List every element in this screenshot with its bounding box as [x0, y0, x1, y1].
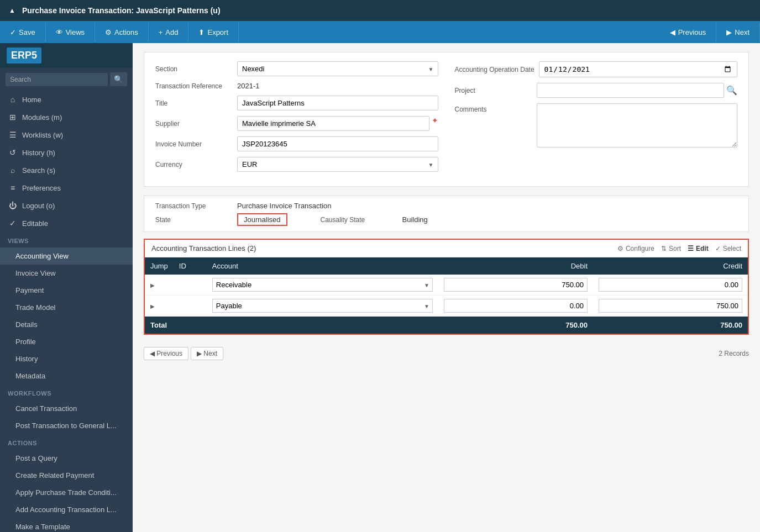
export-button[interactable]: ⬆ Export: [188, 23, 239, 42]
row2-arrow-icon[interactable]: ▶: [150, 303, 155, 309]
check-icon: ✓: [10, 28, 16, 36]
project-input[interactable]: [537, 83, 725, 98]
accounting-date-label: Accounting Operation Date: [455, 66, 534, 73]
pagination-next-button[interactable]: ▶ Next: [191, 347, 223, 360]
title-input[interactable]: [237, 96, 438, 110]
lines-actions: ⚙ Configure ⇅ Sort ☰ Edit ✓ Select: [617, 245, 741, 252]
state-label: State: [155, 216, 233, 224]
pagination-previous-button[interactable]: ◀ Previous: [144, 347, 188, 360]
project-search-button[interactable]: 🔍: [726, 83, 737, 98]
configure-icon: ⚙: [617, 245, 623, 252]
col-credit: Credit: [593, 257, 748, 275]
row2-credit-input[interactable]: [599, 299, 742, 313]
sidebar-item-add-acc-line[interactable]: Add Accounting Transaction L...: [0, 501, 133, 518]
next-button[interactable]: ▶ Next: [716, 23, 760, 42]
content-area: Section Nexedi ▼ Transaction Reference 2…: [133, 43, 760, 532]
row1-account: Receivable ▼: [207, 275, 438, 296]
currency-select[interactable]: EUR: [237, 157, 438, 172]
state-row: State Journalised: [155, 213, 287, 226]
row1-debit-input[interactable]: [444, 278, 588, 292]
row2-id: [174, 296, 207, 317]
comments-label: Comments: [455, 103, 532, 113]
sidebar-item-apply-trade[interactable]: Apply Purchase Trade Conditi...: [0, 484, 133, 501]
accounting-date-input[interactable]: [539, 61, 737, 77]
sidebar-item-details[interactable]: Details: [0, 316, 133, 333]
sidebar-item-trade-model[interactable]: Trade Model: [0, 299, 133, 316]
causality-state-row: Causality State Building: [321, 215, 428, 224]
sidebar-item-payment[interactable]: Payment: [0, 282, 133, 299]
pagination-records: 2 Records: [719, 350, 749, 357]
sidebar-item-modules[interactable]: ⊞ Modules (m): [0, 108, 133, 126]
supplier-input[interactable]: [237, 116, 429, 131]
save-button[interactable]: ✓ Save: [0, 23, 46, 42]
row2-jump[interactable]: ▶: [145, 296, 174, 317]
row2-account-select[interactable]: Payable: [212, 299, 433, 313]
sidebar-item-metadata[interactable]: Metadata: [0, 367, 133, 384]
sidebar-item-create-payment[interactable]: Create Related Payment: [0, 467, 133, 484]
row1-credit-input[interactable]: [599, 278, 742, 292]
invoice-number-input[interactable]: [237, 136, 438, 151]
sidebar-logo: ERP5: [0, 43, 133, 68]
sidebar-item-make-template[interactable]: Make a Template: [0, 518, 133, 532]
sidebar-item-worklists[interactable]: ☰ Worklists (w): [0, 126, 133, 144]
logo: ERP5: [7, 48, 41, 64]
transaction-ref-value: 2021-1: [237, 82, 259, 90]
project-label: Project: [455, 87, 532, 94]
history-icon: ↺: [8, 148, 18, 157]
views-button[interactable]: 👁 Views: [46, 23, 95, 42]
configure-button[interactable]: ⚙ Configure: [617, 245, 654, 252]
prev-arrow-icon: ◀: [670, 28, 675, 36]
top-bar: ▲ Purchase Invoice Transaction: JavaScri…: [0, 0, 760, 21]
worklists-icon: ☰: [8, 130, 18, 139]
sidebar-item-editable[interactable]: ✓ Editable: [0, 214, 133, 232]
total-label: Total: [145, 317, 438, 334]
title-label: Title: [155, 99, 233, 107]
home-icon: ⌂: [8, 95, 18, 104]
accounting-lines-section: Accounting Transaction Lines (2) ⚙ Confi…: [144, 239, 749, 335]
edit-button[interactable]: ☰ Edit: [688, 245, 709, 252]
search-submit-button[interactable]: 🔍: [110, 72, 127, 86]
sort-icon: ⇅: [661, 245, 667, 252]
lines-header: Accounting Transaction Lines (2) ⚙ Confi…: [145, 240, 748, 257]
row1-id: [174, 275, 207, 296]
modules-icon: ⊞: [8, 113, 18, 122]
sidebar-item-accounting-view[interactable]: Accounting View: [0, 247, 133, 265]
sidebar-item-search[interactable]: ⌕ Search (s): [0, 161, 133, 179]
search-input[interactable]: [6, 73, 108, 86]
toolbar: ✓ Save 👁 Views ⚙ Actions + Add ⬆ Export …: [0, 21, 760, 43]
row2-debit-input[interactable]: [444, 299, 588, 313]
sidebar-item-preferences[interactable]: ≡ Preferences: [0, 179, 133, 197]
section-select[interactable]: Nexedi: [237, 61, 438, 76]
row1-jump[interactable]: ▶: [145, 275, 174, 296]
sidebar-item-invoice-view[interactable]: Invoice View: [0, 265, 133, 282]
views-section-header: VIEWS: [0, 234, 133, 247]
sidebar-item-profile[interactable]: Profile: [0, 333, 133, 350]
actions-button[interactable]: ⚙ Actions: [95, 23, 149, 42]
state-value: Journalised: [237, 213, 287, 226]
sort-button[interactable]: ⇅ Sort: [661, 245, 681, 252]
previous-button[interactable]: ◀ Previous: [660, 23, 717, 42]
sidebar-item-history-view[interactable]: History: [0, 350, 133, 367]
select-button[interactable]: ✓ Select: [715, 245, 741, 252]
total-debit: 750.00: [438, 317, 593, 334]
row1-arrow-icon[interactable]: ▶: [150, 282, 155, 288]
supplier-row: Supplier ✦: [155, 116, 438, 131]
col-jump: Jump: [145, 257, 174, 275]
sidebar-item-cancel-transaction[interactable]: Cancel Transaction: [0, 400, 133, 417]
supplier-clear-icon[interactable]: ✦: [432, 116, 438, 131]
sidebar-item-home[interactable]: ⌂ Home: [0, 91, 133, 108]
sidebar-item-post-transaction[interactable]: Post Transaction to General L...: [0, 417, 133, 434]
table-row: ▶ Receivable ▼: [145, 275, 748, 296]
supplier-label: Supplier: [155, 120, 233, 128]
sidebar-item-logout[interactable]: ⏻ Logout (o): [0, 197, 133, 214]
invoice-number-row: Invoice Number: [155, 136, 438, 151]
causality-state-label: Causality State: [321, 216, 398, 224]
table-row: ▶ Payable ▼: [145, 296, 748, 317]
sidebar-item-history[interactable]: ↺ History (h): [0, 144, 133, 161]
add-button[interactable]: + Add: [149, 23, 189, 42]
comments-textarea[interactable]: [537, 103, 738, 148]
transaction-type-row: Transaction Type Purchase Invoice Transa…: [155, 202, 332, 210]
row1-account-select[interactable]: Receivable: [212, 278, 433, 292]
sidebar-item-post-query[interactable]: Post a Query: [0, 450, 133, 467]
actions-icon: ⚙: [105, 28, 112, 36]
